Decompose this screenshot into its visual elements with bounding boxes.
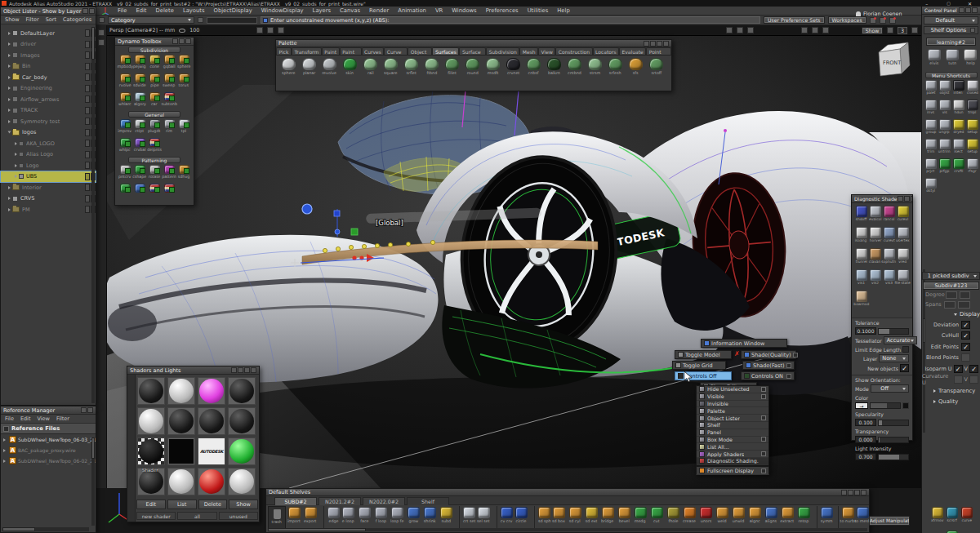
- tessellator-dropdown[interactable]: Accurate: [884, 336, 917, 344]
- minimize-icon[interactable]: [238, 367, 243, 373]
- shelf-tool[interactable]: retop: [795, 506, 812, 531]
- shortcut-tool[interactable]: dryed: [951, 118, 965, 138]
- layer-pick-toggle[interactable]: [85, 129, 90, 136]
- shortcut-tool[interactable]: untrim: [938, 138, 951, 158]
- dynamo-tool[interactable]: impcsv: [118, 118, 132, 137]
- collapse-icon[interactable]: [179, 38, 185, 44]
- expand-arrow-icon[interactable]: [8, 186, 11, 189]
- menu-item[interactable]: Layers: [313, 7, 332, 14]
- snap-icon-2[interactable]: [267, 27, 274, 33]
- pane-icon-3[interactable]: [822, 27, 829, 33]
- reference-file-row[interactable]: A SubDWheel_NewTopo_06-02_21zoll.w: [1, 455, 96, 466]
- picked-subdiv-header[interactable]: 1 picked subdiv: [922, 272, 980, 280]
- object-lister-menu-item[interactable]: Filter: [26, 16, 39, 23]
- context-menu-item[interactable]: Box Mode: [697, 437, 768, 444]
- degree-u-field[interactable]: [946, 291, 957, 299]
- palette-tool[interactable]: rail: [360, 57, 381, 88]
- expand-arrow-icon[interactable]: [8, 64, 11, 68]
- diagnostic-tool[interactable]: evalcol: [868, 205, 882, 226]
- shelf-tool[interactable]: algnc: [746, 506, 763, 531]
- shelf-tool[interactable]: symm: [817, 506, 833, 531]
- menu-item-checkbox[interactable]: [761, 394, 766, 399]
- specularity-slider[interactable]: [878, 420, 909, 426]
- dynamo-tool[interactable]: crvbal: [132, 137, 147, 156]
- menu-item[interactable]: Animation: [398, 7, 426, 14]
- palette-tab[interactable]: Mesh: [519, 47, 538, 56]
- shader-swatch[interactable]: [228, 407, 256, 435]
- shader-swatch[interactable]: [167, 438, 195, 465]
- object-lister-scrollbar[interactable]: [91, 27, 95, 403]
- dynamo-tool[interactable]: whlpc: [118, 137, 132, 156]
- user-badge[interactable]: Florian Coenen: [856, 10, 921, 17]
- select-all-checkbox[interactable]: [3, 426, 9, 432]
- reference-manager-menu-item[interactable]: Filter: [56, 415, 69, 422]
- dynamo-tool[interactable]: cshape: [132, 164, 147, 183]
- light-intensity-value[interactable]: 0.700: [855, 453, 876, 460]
- shortcut-tool[interactable]: tmpl: [965, 99, 979, 118]
- shader-swatch[interactable]: [198, 407, 225, 435]
- expand-arrow-icon[interactable]: [15, 153, 17, 156]
- dynamo-section-patterning[interactable]: Patterning: [128, 157, 180, 163]
- palette-tab[interactable]: Surfaces: [432, 47, 459, 56]
- shaders-left-strip[interactable]: [127, 375, 136, 522]
- palette-tool[interactable]: cntbnd: [564, 57, 585, 88]
- dynamo-tool[interactable]: [118, 183, 132, 202]
- shortcut-tool[interactable]: inten: [951, 79, 965, 99]
- close-icon[interactable]: [251, 367, 256, 373]
- menu-item[interactable]: File: [118, 7, 127, 14]
- layer-row[interactable]: logos: [1, 127, 96, 139]
- workspace-icon-2[interactable]: [880, 17, 886, 24]
- layer-pick-toggle[interactable]: [85, 162, 90, 169]
- menu-item-checkbox[interactable]: [761, 437, 766, 442]
- context-menu-item[interactable]: Hide Unselected: [697, 386, 768, 393]
- palette-tab[interactable]: Point Cloud: [646, 47, 671, 56]
- dynamo-tool[interactable]: car: [147, 91, 162, 110]
- controls-off-button[interactable]: Controls Off: [675, 371, 732, 380]
- shade-quality-button[interactable]: Shade(Quality): [741, 350, 796, 359]
- shortcut-tool[interactable]: setup: [965, 138, 979, 158]
- isoparm-v-checkbox[interactable]: ✓: [969, 365, 978, 373]
- shelf-tool[interactable]: aligns: [763, 506, 779, 531]
- dynamo-tool[interactable]: pipe: [147, 73, 162, 91]
- show-button[interactable]: Show: [862, 27, 883, 34]
- expand-arrow-icon[interactable]: [8, 54, 11, 57]
- color-box[interactable]: [902, 402, 909, 409]
- dock-icon[interactable]: [898, 196, 903, 202]
- shelf-tool[interactable]: sd box: [550, 506, 567, 531]
- spans-u-field[interactable]: [944, 301, 956, 309]
- menu-item[interactable]: Delete: [156, 7, 174, 14]
- mode-dropdown[interactable]: Off: [871, 384, 909, 393]
- diagnostic-tool[interactable]: sophutn: [882, 247, 896, 269]
- palette-tool[interactable]: balkrn: [544, 57, 564, 88]
- dynamo-tool[interactable]: delpnts: [147, 137, 162, 156]
- workspaces-button[interactable]: Workspaces: [828, 16, 866, 24]
- layer-pick-toggle[interactable]: [85, 195, 90, 202]
- shelf-tool[interactable]: to nurbs: [838, 506, 854, 531]
- dynamo-section-general[interactable]: General: [128, 111, 180, 118]
- dock-icon[interactable]: [82, 8, 88, 14]
- palette-tool[interactable]: skin: [340, 57, 360, 88]
- diagnostic-tool[interactable]: vis3: [882, 269, 896, 290]
- shelf-tool[interactable]: to mesh: [854, 506, 869, 531]
- layer-pick-toggle[interactable]: [85, 63, 90, 70]
- dock-icon[interactable]: [172, 38, 178, 44]
- shader-swatch[interactable]: [228, 377, 256, 405]
- menu-item[interactable]: Canvas: [340, 7, 360, 14]
- diagnostic-tool[interactable]: file state: [896, 269, 910, 290]
- layer-pick-toggle[interactable]: [85, 184, 90, 191]
- shelf-tab[interactable]: N2021.2#2: [318, 497, 361, 505]
- pane-icon-1[interactable]: [801, 27, 808, 33]
- shelf-tool[interactable]: crt set: [459, 506, 475, 531]
- dynamo-tool[interactable]: sphere: [176, 54, 191, 73]
- limit-edge-field[interactable]: [902, 346, 909, 353]
- layer-pick-toggle[interactable]: [85, 151, 90, 158]
- controls-on-button[interactable]: Controls ON: [741, 371, 795, 380]
- context-menu-item[interactable]: Invisible: [697, 401, 768, 408]
- count-field[interactable]: 3: [898, 27, 907, 34]
- workspace-icon-3[interactable]: [889, 17, 896, 24]
- degree-v-field[interactable]: [960, 291, 971, 299]
- minimize-icon[interactable]: [650, 41, 656, 47]
- shade-fast-checkbox[interactable]: [786, 363, 791, 368]
- shortcut-tool[interactable]: invs: [924, 99, 938, 118]
- isoparm-u-checkbox[interactable]: ✓: [954, 365, 963, 373]
